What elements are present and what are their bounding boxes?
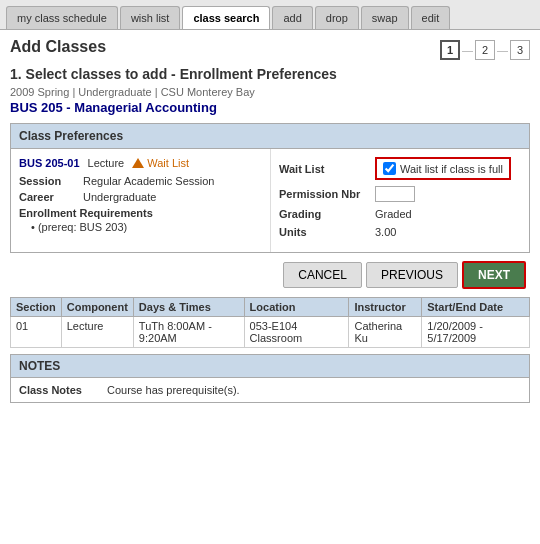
tab-class-search[interactable]: class search — [182, 6, 270, 29]
career-label: Career — [19, 191, 79, 203]
wait-list-label: Wait List — [279, 163, 369, 175]
warning-icon — [132, 158, 144, 168]
step-1: 1 — [440, 40, 460, 60]
step-2: 2 — [475, 40, 495, 60]
notes-body: Class Notes Course has prerequisite(s). — [10, 377, 530, 403]
class-type: Lecture — [88, 157, 125, 169]
notes-row: Class Notes Course has prerequisite(s). — [19, 384, 521, 396]
session-row: Session Regular Academic Session — [19, 175, 262, 187]
class-notes-value: Course has prerequisite(s). — [107, 384, 240, 396]
col-location: Location — [244, 298, 349, 317]
tab-my-class-schedule[interactable]: my class schedule — [6, 6, 118, 29]
wait-list-checkbox-area[interactable]: Wait list if class is full — [375, 157, 511, 180]
perm-nbr-row: Permission Nbr — [279, 186, 521, 202]
wait-list-row: Wait List Wait list if class is full — [279, 157, 521, 180]
class-prefs-right: Wait List Wait list if class is full Per… — [271, 149, 529, 252]
breadcrumb: 2009 Spring | Undergraduate | CSU Monter… — [10, 86, 530, 98]
cancel-button[interactable]: CANCEL — [283, 262, 362, 288]
class-table: Section Component Days & Times Location … — [10, 297, 530, 348]
tab-drop[interactable]: drop — [315, 6, 359, 29]
page-title: Add Classes — [10, 38, 106, 56]
col-days-times: Days & Times — [133, 298, 244, 317]
wait-list-checkbox[interactable] — [383, 162, 396, 175]
tab-edit[interactable]: edit — [411, 6, 451, 29]
page-content: Add Classes 1 — 2 — 3 1. Select classes … — [0, 30, 540, 411]
session-value: Regular Academic Session — [83, 175, 214, 187]
units-value: 3.00 — [375, 226, 396, 238]
class-prefs-left: BUS 205-01 Lecture Wait List Session Reg… — [11, 149, 271, 252]
enroll-req-item: • (prereq: BUS 203) — [31, 221, 262, 233]
grading-row: Grading Graded — [279, 208, 521, 220]
session-label: Session — [19, 175, 79, 187]
career-row: Career Undergraduate — [19, 191, 262, 203]
class-prefs-body: BUS 205-01 Lecture Wait List Session Reg… — [10, 148, 530, 253]
units-row: Units 3.00 — [279, 226, 521, 238]
wait-list-checkbox-text: Wait list if class is full — [400, 163, 503, 175]
step-indicator: 1 — 2 — 3 — [440, 40, 530, 60]
table-row: 01LectureTuTh 8:00AM - 9:20AM053-E104 Cl… — [11, 317, 530, 348]
notes-header: NOTES — [10, 354, 530, 377]
col-section: Section — [11, 298, 62, 317]
perm-nbr-input[interactable] — [375, 186, 415, 202]
units-label: Units — [279, 226, 369, 238]
tab-add[interactable]: add — [272, 6, 312, 29]
perm-nbr-label: Permission Nbr — [279, 188, 369, 200]
previous-button[interactable]: PREVIOUS — [366, 262, 458, 288]
class-number: BUS 205-01 — [19, 157, 80, 169]
tab-wish-list[interactable]: wish list — [120, 6, 181, 29]
enroll-req-label: Enrollment Requirements — [19, 207, 262, 219]
section-header: 1. Select classes to add - Enrollment Pr… — [10, 66, 530, 82]
class-prefs-header: Class Preferences — [10, 123, 530, 148]
grading-label: Grading — [279, 208, 369, 220]
class-notes-label: Class Notes — [19, 384, 99, 396]
col-start-end: Start/End Date — [422, 298, 530, 317]
col-component: Component — [61, 298, 133, 317]
action-row: CANCEL PREVIOUS NEXT — [10, 253, 530, 297]
grading-value: Graded — [375, 208, 412, 220]
wait-list-badge: Wait List — [132, 157, 189, 169]
top-nav: my class schedule wish list class search… — [0, 0, 540, 30]
next-button[interactable]: NEXT — [462, 261, 526, 289]
tab-swap[interactable]: swap — [361, 6, 409, 29]
course-title: BUS 205 - Managerial Accounting — [10, 100, 530, 115]
step-3: 3 — [510, 40, 530, 60]
class-row: BUS 205-01 Lecture Wait List — [19, 157, 262, 169]
col-instructor: Instructor — [349, 298, 422, 317]
career-value: Undergraduate — [83, 191, 156, 203]
